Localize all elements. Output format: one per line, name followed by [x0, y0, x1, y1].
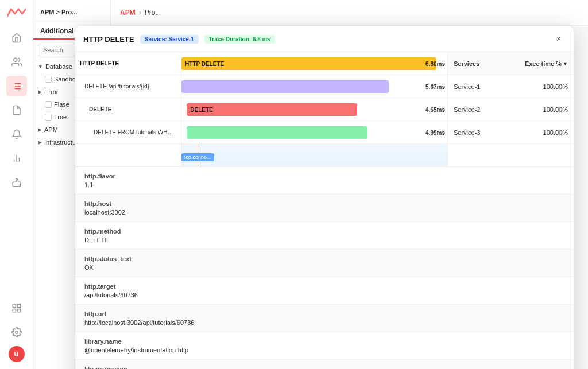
sort-icon: ▼: [563, 61, 568, 67]
tree-label: Database: [45, 63, 72, 70]
detail-row-6: library.name @opentelemetry/instrumentat…: [75, 332, 574, 360]
services-panel: Services Exec time % ▼ Service-1 100.00%…: [447, 52, 574, 166]
detail-row-2: http.method DELETE: [75, 222, 574, 250]
trace-area: HTTP DELETE HTTP DELETE 6.80ms DELETE /a…: [75, 52, 574, 167]
checkbox-true[interactable]: [45, 114, 52, 121]
trace-time-3: 4.99ms: [425, 129, 445, 135]
service-badge: Service: Service-1: [140, 35, 199, 44]
breadcrumb-sep: ›: [139, 9, 141, 17]
svg-point-11: [16, 178, 17, 180]
sidebar-item-robot[interactable]: [6, 172, 27, 193]
detail-label-7: library.version: [84, 366, 564, 369]
trace-label-3: DELETE FROM tutorials WHERE id = ?: [94, 129, 176, 135]
tree-label: True: [54, 114, 67, 121]
service-name-0: Service-1: [454, 83, 480, 90]
detail-row-7: library.version 0.27.0: [75, 360, 574, 369]
chevron-right-icon: ▶: [38, 89, 42, 95]
detail-value-2: DELETE: [84, 236, 564, 243]
sidebar: U: [0, 0, 33, 369]
chevron-right-icon-apm: ▶: [38, 127, 42, 133]
exec-time-label: Exec time %: [525, 60, 562, 67]
additional-tab[interactable]: Additional: [33, 24, 81, 40]
chevron-right-icon-infra: ▶: [38, 139, 42, 145]
breadcrumb: APM › Pro...: [120, 9, 161, 17]
sidebar-item-list[interactable]: [6, 76, 27, 96]
checkbox-flase[interactable]: [45, 101, 52, 108]
checkbox-sandbox[interactable]: [45, 76, 52, 83]
sidebar-item-settings[interactable]: [6, 322, 27, 343]
logo: [7, 7, 26, 18]
detail-label-4: http.target: [84, 283, 564, 290]
detail-row-3: http.status_text OK: [75, 250, 574, 277]
modal-title: HTTP DELETE: [83, 35, 134, 44]
detail-row-5: http.url http://localhost:3002/api/tutor…: [75, 305, 574, 332]
detail-section: http.flavor 1.1 http.host localhost:3002…: [75, 167, 574, 369]
detail-value-5: http://localhost:3002/api/tutorials/6073…: [84, 319, 564, 326]
sidebar-item-file[interactable]: [6, 100, 27, 121]
trace-modal: HTTP DELETE Service: Service-1 Trace Dur…: [75, 26, 574, 369]
breadcrumb-header: APM > Pro...: [33, 0, 110, 21]
trace-time-2: 4.65ms: [425, 106, 445, 112]
detail-row-1: http.host localhost:3002: [75, 195, 574, 222]
close-button[interactable]: ×: [552, 32, 566, 46]
duration-badge: Trace Duration: 6.8 ms: [204, 35, 275, 44]
breadcrumb-apm: APM: [120, 9, 136, 17]
detail-label-5: http.url: [84, 310, 564, 317]
sidebar-item-bell[interactable]: [6, 124, 27, 145]
detail-row-4: http.target /api/tutorials/60736: [75, 277, 574, 305]
modal-header: HTTP DELETE Service: Service-1 Trace Dur…: [75, 26, 574, 52]
detail-label-6: library.name: [84, 338, 564, 345]
trace-label-2: DELETE: [89, 106, 111, 112]
tcp-badge: tcp.conne...: [181, 153, 214, 161]
svg-rect-10: [13, 182, 21, 187]
detail-label-1: http.host: [84, 200, 564, 207]
detail-value-4: /api/tutorials/60736: [84, 292, 564, 298]
trace-bar-2: DELETE: [187, 103, 357, 116]
avatar[interactable]: U: [9, 346, 25, 362]
chevron-down-icon: ▼: [38, 64, 43, 69]
services-header: Services Exec time % ▼: [448, 52, 574, 75]
svg-rect-14: [13, 304, 16, 307]
service-row-0: Service-1 100.00%: [448, 75, 574, 98]
service-row-2: Service-3 100.00%: [448, 121, 574, 144]
services-title: Services: [454, 60, 479, 67]
detail-value-6: @opentelemetry/instrumentation-http: [84, 347, 564, 354]
tree-label: APM: [44, 126, 58, 133]
svg-point-18: [15, 331, 18, 334]
service-name-2: Service-3: [454, 129, 480, 136]
sidebar-item-grid[interactable]: [6, 298, 27, 318]
tree-label: Error: [44, 88, 58, 95]
trace-label-1: DELETE /api/tutorials/{id}: [84, 83, 149, 90]
breadcrumb-text: APM > Pro...: [40, 9, 78, 15]
sidebar-item-chart[interactable]: [6, 148, 27, 169]
exec-time-sort[interactable]: Exec time % ▼: [525, 60, 568, 67]
service-row-1: Service-2 100.00%: [448, 98, 574, 121]
sidebar-bottom: U: [6, 298, 27, 362]
detail-value-3: OK: [84, 264, 564, 271]
service-name-1: Service-2: [454, 106, 480, 113]
svg-rect-15: [17, 304, 20, 307]
trace-bar-3: [187, 126, 368, 139]
detail-label-2: http.method: [84, 228, 564, 235]
detail-value-1: localhost:3002: [84, 209, 564, 216]
tree-label: Flase: [54, 101, 69, 108]
page-header: APM › Pro...: [111, 0, 588, 26]
trace-time-0: 6.80ms: [425, 60, 445, 67]
detail-value-0: 1.1: [84, 181, 564, 188]
detail-label-3: http.status_text: [84, 255, 564, 262]
service-pct-1: 100.00%: [543, 106, 568, 113]
trace-bar-1: [181, 80, 389, 93]
svg-point-0: [13, 58, 17, 61]
detail-row-0: http.flavor 1.1: [75, 167, 574, 195]
trace-bar-0: HTTP DELETE: [181, 57, 436, 70]
svg-rect-16: [13, 309, 16, 312]
svg-rect-17: [17, 309, 20, 312]
sidebar-item-users[interactable]: [6, 52, 27, 72]
breadcrumb-pro: Pro...: [145, 9, 161, 17]
detail-label-0: http.flavor: [84, 173, 564, 180]
trace-label-0: HTTP DELETE: [80, 60, 119, 67]
trace-time-1: 5.67ms: [425, 83, 445, 90]
service-pct-2: 100.00%: [543, 129, 568, 136]
sidebar-item-home[interactable]: [6, 28, 27, 48]
service-pct-0: 100.00%: [543, 83, 568, 90]
